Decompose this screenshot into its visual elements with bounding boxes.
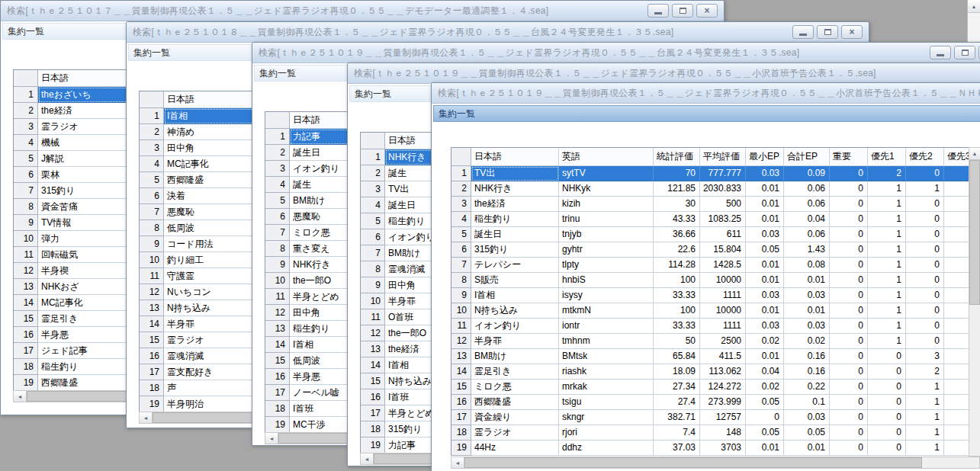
title-bar[interactable]: 検索[ｔｈｅ２５１０１９＿＿質量制御再現公表１．５＿＿ジェド霊界ラジオ再現０．５…: [348, 63, 980, 84]
row-header[interactable]: 3: [14, 119, 38, 135]
cell-avg-eval[interactable]: 777.777: [700, 166, 746, 181]
row-header[interactable]: 10: [265, 273, 290, 289]
cell-priority2[interactable]: 0: [906, 334, 944, 349]
row-header[interactable]: 6: [451, 242, 471, 258]
cell-english[interactable]: skngr: [559, 410, 654, 425]
row-header[interactable]: 4: [265, 177, 290, 193]
cell-priority2[interactable]: 1: [906, 380, 944, 395]
row-header[interactable]: 1: [451, 166, 471, 181]
row-header[interactable]: 3: [140, 140, 164, 156]
row-header[interactable]: 16: [14, 327, 38, 343]
cell-min-ep[interactable]: 0.01: [746, 349, 784, 364]
row-header[interactable]: 12: [140, 284, 164, 300]
cell-avg-eval[interactable]: 148: [700, 425, 746, 441]
row-header[interactable]: 5: [265, 193, 290, 209]
cell-min-ep[interactable]: 0.01: [746, 303, 784, 319]
cell-sum-ep[interactable]: 0.03: [784, 288, 830, 303]
cell-avg-eval[interactable]: 12757: [700, 410, 746, 425]
horizontal-scrollbar[interactable]: ◄: [451, 457, 980, 469]
scroll-left-button[interactable]: ◄: [451, 457, 464, 468]
cell-priority2[interactable]: 0: [906, 258, 944, 273]
cell-important[interactable]: 0: [830, 380, 868, 395]
row-header[interactable]: 3: [451, 197, 471, 212]
row-header[interactable]: 11: [361, 309, 385, 325]
cell-priority1[interactable]: 1: [868, 197, 906, 212]
cell-priority2[interactable]: 0: [906, 212, 944, 227]
row-header[interactable]: 9: [140, 236, 164, 252]
cell-sum-ep[interactable]: 0.05: [784, 425, 830, 441]
cell-avg-eval[interactable]: 411.5: [700, 349, 746, 364]
cell-important[interactable]: 0: [830, 410, 868, 425]
cell-stat-eval[interactable]: 27.4: [654, 395, 700, 410]
title-bar[interactable]: 検索[ｔｈｅ２５１０１９＿＿質量制御再現公表１．５＿＿ジェド霊界ラジオ再現０．５…: [432, 83, 980, 104]
row-header[interactable]: 12: [14, 263, 38, 279]
row-header[interactable]: 12: [361, 325, 385, 341]
column-header-avg-eval[interactable]: 平均評価: [700, 148, 746, 166]
row-header[interactable]: 19: [140, 396, 164, 412]
row-header[interactable]: 8: [361, 261, 385, 277]
cell-avg-eval[interactable]: 2030.833: [700, 181, 746, 197]
row-header[interactable]: 10: [451, 303, 471, 319]
row-header[interactable]: 8: [451, 273, 471, 288]
scrollbar-thumb[interactable]: [969, 160, 980, 305]
row-header[interactable]: 18: [265, 401, 290, 417]
cell-japanese[interactable]: 稲生釣り: [471, 212, 559, 227]
cell-min-ep[interactable]: 0.01: [746, 441, 784, 456]
cell-priority2[interactable]: 1: [906, 425, 944, 441]
cell-avg-eval[interactable]: 15.804: [700, 242, 746, 258]
row-header[interactable]: 3: [361, 181, 385, 197]
row-header[interactable]: 16: [140, 348, 164, 364]
row-header[interactable]: 12: [451, 334, 471, 349]
row-header[interactable]: 11: [140, 268, 164, 284]
cell-avg-eval[interactable]: 10000: [700, 303, 746, 319]
cell-avg-eval[interactable]: 3703: [700, 441, 746, 456]
scroll-up-button[interactable]: ▲: [968, 0, 980, 13]
cell-sum-ep[interactable]: 1.43: [784, 242, 830, 258]
cell-min-ep[interactable]: 0.02: [746, 380, 784, 395]
cell-important[interactable]: 0: [830, 197, 868, 212]
row-header[interactable]: 4: [361, 197, 385, 213]
row-header[interactable]: 17: [451, 410, 471, 425]
cell-priority2[interactable]: 1: [906, 410, 944, 425]
cell-priority2[interactable]: 0: [906, 197, 944, 212]
restore-button[interactable]: [954, 46, 975, 59]
restore-button[interactable]: [817, 25, 838, 39]
cell-japanese[interactable]: S販売: [471, 273, 559, 288]
scroll-left-button[interactable]: ◄: [140, 412, 153, 423]
close-button[interactable]: ×: [696, 4, 718, 18]
cell-avg-eval[interactable]: 273.999: [700, 395, 746, 410]
cell-sum-ep[interactable]: 0.08: [784, 258, 830, 273]
cell-priority1[interactable]: 2: [868, 166, 906, 181]
cell-stat-eval[interactable]: 121.85: [654, 181, 700, 197]
row-header[interactable]: 17: [14, 343, 38, 359]
cell-japanese[interactable]: 誕生日: [471, 227, 559, 242]
row-header[interactable]: 13: [361, 341, 385, 357]
row-header[interactable]: 1: [265, 129, 290, 145]
cell-japanese[interactable]: 西郷隆盛: [471, 395, 559, 410]
cell-sum-ep[interactable]: 0.02: [784, 334, 830, 349]
cell-stat-eval[interactable]: 22.6: [654, 242, 700, 258]
row-header[interactable]: 5: [140, 172, 164, 188]
cell-stat-eval[interactable]: 27.34: [654, 380, 700, 395]
cell-english[interactable]: kizih: [559, 197, 654, 212]
cell-english[interactable]: isysy: [559, 288, 654, 303]
cell-priority1[interactable]: 0: [868, 364, 906, 380]
cell-priority1[interactable]: 1: [868, 288, 906, 303]
cell-sum-ep[interactable]: 0.04: [784, 212, 830, 227]
scroll-left-button[interactable]: ◄: [361, 453, 374, 464]
cell-english[interactable]: rjori: [559, 425, 654, 441]
minimize-button[interactable]: [647, 4, 669, 18]
row-header[interactable]: 2: [140, 124, 164, 140]
cell-stat-eval[interactable]: 43.33: [654, 212, 700, 227]
cell-english[interactable]: riashk: [559, 364, 654, 380]
row-header[interactable]: 3: [265, 161, 290, 177]
cell-priority1[interactable]: 0: [868, 425, 906, 441]
cell-sum-ep[interactable]: 0.16: [784, 349, 830, 364]
cell-important[interactable]: 0: [830, 227, 868, 242]
row-header[interactable]: 6: [361, 229, 385, 245]
row-header[interactable]: 17: [265, 385, 290, 401]
cell-avg-eval[interactable]: 1083.25: [700, 212, 746, 227]
row-header[interactable]: 8: [14, 199, 38, 215]
row-header[interactable]: 19: [361, 437, 385, 453]
cell-sum-ep[interactable]: 0.03: [784, 319, 830, 334]
